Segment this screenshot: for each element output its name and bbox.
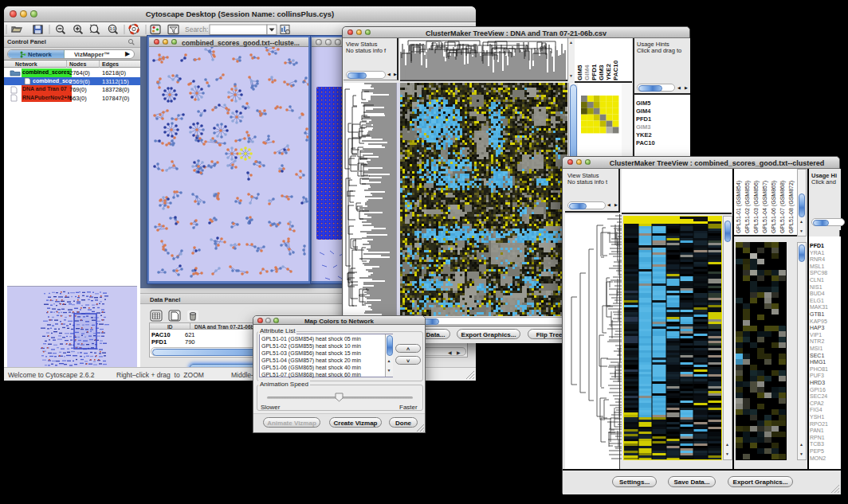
svg-text:GPL51-06 (GSM865): GPL51-06 (GSM865) xyxy=(771,181,777,233)
svg-text:PFD1: PFD1 xyxy=(591,64,598,80)
svg-text:GIM5: GIM5 xyxy=(576,64,583,80)
svg-text:GPL51-08 (GSM872): GPL51-08 (GSM872) xyxy=(788,181,795,233)
svg-text:GPL51-02 (GSM855): GPL51-02 (GSM855) xyxy=(744,181,751,233)
svg-text:GPL51-04 (GSM857): GPL51-04 (GSM857) xyxy=(762,181,768,233)
svg-text:GPL51-07 (GSM868): GPL51-07 (GSM868) xyxy=(779,181,786,233)
svg-text:Search:: Search: xyxy=(185,25,208,33)
svg-text:GPL51-03 (GSM856): GPL51-03 (GSM856) xyxy=(753,181,760,233)
svg-text:GIM3: GIM3 xyxy=(598,64,605,80)
svg-text:YKE2: YKE2 xyxy=(605,64,612,80)
svg-text:PAC10: PAC10 xyxy=(612,60,619,80)
svg-text:1:1: 1:1 xyxy=(110,27,116,31)
svg-text:GIM4: GIM4 xyxy=(583,64,591,80)
svg-text:GPL51-01 (GSM854): GPL51-01 (GSM854) xyxy=(736,181,742,233)
